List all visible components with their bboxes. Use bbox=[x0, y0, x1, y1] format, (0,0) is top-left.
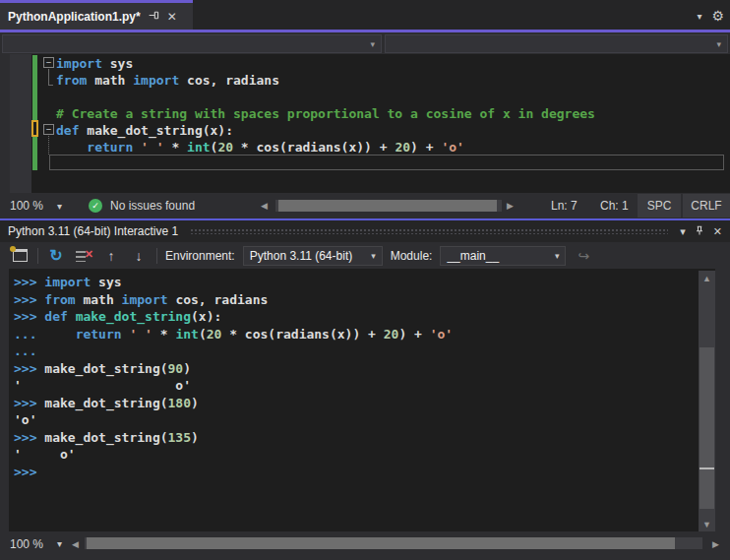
send-to-interactive-icon[interactable]: ↪ bbox=[574, 246, 593, 266]
repl-zoom-control[interactable]: 100 % ▾ bbox=[10, 531, 62, 556]
line-endings-indicator[interactable]: CRLF bbox=[683, 194, 730, 218]
caret-position-marker bbox=[700, 467, 714, 469]
gear-icon[interactable]: ⚙ bbox=[711, 8, 724, 24]
tab-pythonapplication1[interactable]: PythonApplication1.py* ✕ bbox=[0, 0, 193, 30]
environment-value: Python 3.11 (64-bit) bbox=[250, 249, 353, 263]
pin-icon[interactable] bbox=[148, 9, 160, 24]
module-combobox[interactable]: __main__ ▾ bbox=[440, 246, 566, 266]
close-icon[interactable]: ✕ bbox=[167, 11, 177, 23]
code-line: # Create a string with spaces proportion… bbox=[56, 105, 595, 122]
interactive-window-icon[interactable] bbox=[10, 246, 30, 266]
fold-scope-foot bbox=[48, 85, 53, 86]
interactive-status-bar: 100 % ▾ ◀ ▶ bbox=[0, 531, 730, 556]
hscroll-left-arrow[interactable]: ◀ bbox=[72, 531, 79, 556]
interactive-title-bar[interactable]: Python 3.11 (64-bit) Interactive 1 ▾ ✕ bbox=[0, 220, 730, 242]
repl-code-lines: >>> import sys>>> from math import cos, … bbox=[14, 274, 453, 480]
reset-refresh-icon[interactable]: ↻ bbox=[46, 246, 66, 266]
repl-vscrollbar[interactable]: ▲ ▼ bbox=[699, 271, 715, 534]
check-icon: ✓ bbox=[89, 199, 102, 213]
scroll-right-icon: ▶ bbox=[712, 539, 719, 549]
health-indicator[interactable]: ✓ No issues found bbox=[89, 193, 195, 218]
repl-left-edge bbox=[0, 269, 9, 531]
scroll-up-icon[interactable]: ▲ bbox=[699, 274, 715, 283]
scroll-left-icon: ◀ bbox=[261, 201, 268, 211]
fold-scope-dotted-line bbox=[48, 136, 49, 155]
chevron-down-icon: ▾ bbox=[57, 538, 62, 549]
interactive-title: Python 3.11 (64-bit) Interactive 1 bbox=[8, 224, 178, 238]
current-line-highlight bbox=[49, 155, 724, 170]
toolbar-separator bbox=[37, 248, 38, 264]
code-line: 'o' bbox=[14, 411, 453, 429]
editor-status-bar: 100 % ▾ ✓ No issues found ◀ ▶ Ln: 7 Ch: … bbox=[0, 193, 730, 218]
health-text: No issues found bbox=[110, 199, 195, 213]
editor-left-edge bbox=[0, 54, 10, 193]
window-position-icon[interactable]: ▾ bbox=[680, 225, 686, 238]
module-label: Module: bbox=[391, 249, 433, 263]
document-well-controls: ▾ ⚙ bbox=[697, 3, 724, 29]
history-next-icon[interactable]: ↓ bbox=[129, 246, 149, 266]
module-value: __main__ bbox=[447, 249, 499, 263]
editor-hscrollbar-track[interactable] bbox=[275, 200, 502, 212]
repl-vscrollbar-thumb[interactable] bbox=[700, 347, 714, 509]
scroll-down-icon[interactable]: ▼ bbox=[699, 520, 715, 529]
code-line: >>> bbox=[14, 464, 453, 481]
code-line: ... bbox=[14, 342, 453, 360]
history-previous-icon[interactable]: ↑ bbox=[101, 246, 121, 266]
close-icon[interactable]: ✕ bbox=[713, 225, 722, 238]
breakpoint-margin[interactable] bbox=[10, 54, 31, 193]
editor-hscrollbar-thumb[interactable] bbox=[278, 200, 497, 212]
code-line: def make_dot_string(x): bbox=[56, 122, 595, 139]
code-line: >>> def make_dot_string(x): bbox=[14, 308, 453, 326]
nav-types-dropdown[interactable]: ▾ bbox=[2, 34, 382, 53]
code-line: from math import cos, radians bbox=[56, 72, 595, 89]
code-line: >>> from math import cos, radians bbox=[14, 291, 453, 309]
chevron-down-icon: ▾ bbox=[716, 39, 721, 49]
fold-scope-line bbox=[48, 69, 49, 85]
repl-zoom-value: 100 % bbox=[10, 537, 43, 551]
repl-hscrollbar-track[interactable] bbox=[85, 537, 702, 549]
toolbar-separator bbox=[156, 248, 157, 264]
scroll-right-icon: ▶ bbox=[507, 201, 514, 211]
navigation-bar: ▾ ▾ bbox=[0, 32, 730, 54]
code-line: >>> import sys bbox=[14, 274, 453, 291]
line-indicator: Ln: 7 bbox=[551, 193, 578, 218]
column-indicator: Ch: 1 bbox=[600, 193, 629, 218]
code-line: ... return ' ' * int(20 * cos(radians(x)… bbox=[14, 326, 453, 343]
chevron-down-icon: ▾ bbox=[555, 251, 560, 261]
chevron-down-icon: ▾ bbox=[371, 251, 376, 261]
editor-zoom-value: 100 % bbox=[10, 199, 43, 213]
code-line: >>> make_dot_string(180) bbox=[14, 395, 453, 412]
code-line: import sys bbox=[56, 55, 595, 72]
track-changes-unsaved-marker bbox=[31, 120, 38, 137]
document-tab-strip: PythonApplication1.py* ✕ ▾ ⚙ bbox=[0, 0, 730, 30]
environment-label: Environment: bbox=[165, 249, 235, 263]
tab-title: PythonApplication1.py* bbox=[8, 10, 141, 24]
hscroll-right-arrow[interactable]: ▶ bbox=[507, 193, 514, 218]
code-line: ' o' bbox=[14, 377, 453, 395]
titlebar-grip-dots bbox=[190, 228, 668, 234]
scroll-left-icon: ◀ bbox=[72, 539, 79, 549]
repl-right-edge bbox=[715, 269, 730, 531]
visual-studio-window: PythonApplication1.py* ✕ ▾ ⚙ ▾ ▾ − − imp… bbox=[0, 0, 730, 560]
hscroll-left-arrow[interactable]: ◀ bbox=[261, 193, 268, 218]
nav-members-dropdown[interactable]: ▾ bbox=[385, 34, 728, 53]
track-changes-bar bbox=[32, 55, 37, 170]
interactive-toolbar: ↻ ✕ ↑ ↓ Environment: Python 3.11 (64-bit… bbox=[0, 242, 730, 269]
fold-collapse-box[interactable]: − bbox=[43, 124, 54, 135]
code-line: >>> make_dot_string(90) bbox=[14, 360, 453, 378]
repl-hscrollbar-thumb[interactable] bbox=[87, 537, 675, 549]
code-line: >>> make_dot_string(135) bbox=[14, 429, 453, 447]
chevron-down-icon: ▾ bbox=[370, 39, 375, 49]
fold-collapse-box[interactable]: − bbox=[43, 57, 54, 68]
window-bottom-edge bbox=[0, 556, 730, 560]
code-line: return ' ' * int(20 * cos(radians(x)) + … bbox=[56, 139, 595, 156]
chevron-down-icon[interactable]: ▾ bbox=[697, 11, 701, 22]
hscroll-right-arrow[interactable]: ▶ bbox=[712, 531, 719, 556]
editor-zoom-control[interactable]: 100 % ▾ bbox=[10, 193, 62, 218]
spaces-indicator[interactable]: SPC bbox=[638, 194, 681, 218]
clear-screen-icon[interactable]: ✕ bbox=[74, 246, 93, 266]
environment-combobox[interactable]: Python 3.11 (64-bit) ▾ bbox=[243, 246, 383, 266]
code-line bbox=[56, 89, 595, 105]
pin-icon[interactable] bbox=[694, 224, 705, 238]
chevron-down-icon: ▾ bbox=[57, 201, 62, 212]
